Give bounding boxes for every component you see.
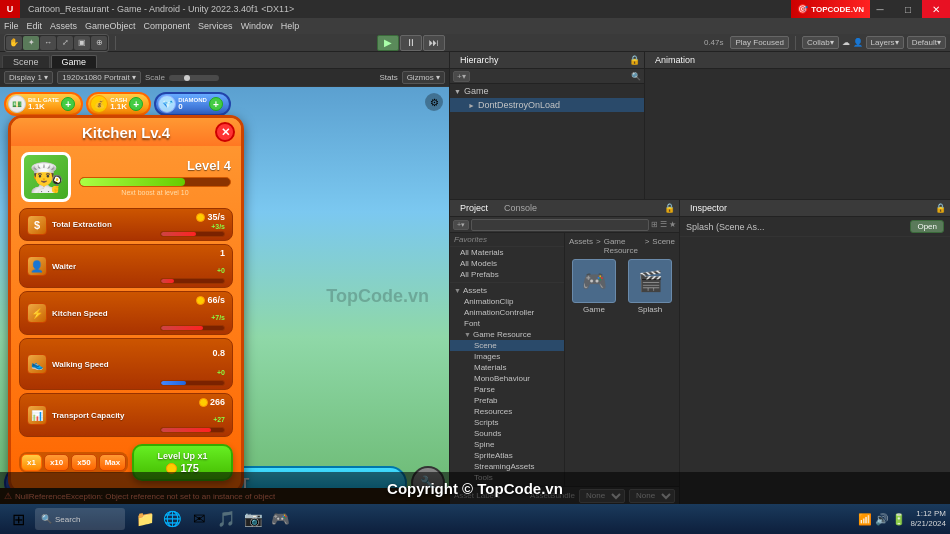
filter-icon-1[interactable]: ⊞: [651, 220, 658, 229]
tab-scene[interactable]: Scene: [2, 55, 50, 68]
gizmos-button[interactable]: Gizmos ▾: [402, 71, 445, 84]
tree-game-resource[interactable]: ▼ Game Resource: [450, 329, 564, 340]
tree-parse[interactable]: Parse: [450, 384, 564, 395]
bills-add-btn[interactable]: +: [61, 97, 75, 111]
pause-button[interactable]: ⏸: [400, 35, 422, 51]
tree-animclip[interactable]: AnimationClip: [450, 296, 564, 307]
hierarchy-add-btn[interactable]: +▾: [453, 71, 470, 82]
hierarchy-tab[interactable]: Hierarchy: [454, 54, 505, 66]
collab-btn[interactable]: Collab▾: [802, 36, 839, 49]
menu-edit[interactable]: Edit: [27, 21, 43, 31]
extraction-value: 35/s: [207, 212, 225, 222]
fav-all-prefabs[interactable]: All Prefabs: [450, 269, 564, 280]
menu-help[interactable]: Help: [281, 21, 300, 31]
tree-images[interactable]: Images: [450, 351, 564, 362]
asset-game[interactable]: 🎮 Game: [569, 259, 619, 314]
rect-tool[interactable]: ▣: [74, 36, 90, 50]
menu-file[interactable]: File: [4, 21, 19, 31]
move-tool[interactable]: ✦: [23, 36, 39, 50]
stat-row-kitchen-speed: ⚡ Kitchen Speed 66/s +7/s: [19, 291, 233, 335]
cloud-btn[interactable]: ☁: [842, 38, 850, 47]
animation-tab[interactable]: Animation: [649, 54, 701, 66]
inspector-open-button[interactable]: Open: [910, 220, 944, 233]
tab-game[interactable]: Game: [51, 55, 98, 68]
taskbar-app-folder[interactable]: 📁: [132, 506, 158, 532]
tree-prefab[interactable]: Prefab: [450, 395, 564, 406]
taskbar-app-email[interactable]: ✉: [186, 506, 212, 532]
play-mode-selector[interactable]: Play Focused: [730, 36, 788, 49]
mult-x1-btn[interactable]: x1: [21, 454, 42, 471]
fav-all-models[interactable]: All Models: [450, 258, 564, 269]
copyright-text: Copyright © TopCode.vn: [387, 480, 563, 497]
tree-scripts[interactable]: Scripts: [450, 417, 564, 428]
tree-streaming[interactable]: StreamingAssets: [450, 461, 564, 472]
display-selector[interactable]: Display 1 ▾: [4, 71, 53, 84]
tree-resources[interactable]: Resources: [450, 406, 564, 417]
tree-animctrl[interactable]: AnimationController: [450, 307, 564, 318]
project-tree: Favorites All Materials All Models All P…: [450, 233, 565, 486]
editor-main: Scene Game Display 1 ▾ 1920x1080 Portrai…: [0, 52, 950, 504]
hand-tool[interactable]: ✋: [6, 36, 22, 50]
tree-spine[interactable]: Spine: [450, 439, 564, 450]
cash-add-btn[interactable]: +: [129, 97, 143, 111]
tree-materials[interactable]: Materials: [450, 362, 564, 373]
tree-sounds[interactable]: Sounds: [450, 428, 564, 439]
menu-assets[interactable]: Assets: [50, 21, 77, 31]
mult-x10-btn[interactable]: x10: [44, 454, 69, 471]
filter-icon-3[interactable]: ★: [669, 220, 676, 229]
taskbar-app-game[interactable]: 🎮: [267, 506, 293, 532]
hierarchy-item-dontdestroy[interactable]: ► DontDestroyOnLoad: [450, 98, 644, 112]
taskbar-search[interactable]: 🔍 Search: [35, 508, 125, 530]
rotate-tool[interactable]: ↔: [40, 36, 56, 50]
menu-gameobject[interactable]: GameObject: [85, 21, 136, 31]
taskbar-search-text: Search: [55, 515, 80, 524]
tree-font[interactable]: Font: [450, 318, 564, 329]
maximize-btn[interactable]: □: [894, 0, 922, 18]
inspector-tab[interactable]: Inspector: [684, 202, 733, 214]
menu-component[interactable]: Component: [144, 21, 191, 31]
stats-button[interactable]: Stats: [379, 73, 397, 82]
project-search-input[interactable]: [471, 219, 649, 231]
menu-window[interactable]: Window: [241, 21, 273, 31]
start-button[interactable]: ⊞: [4, 506, 32, 532]
waiter-icon: 👤: [27, 256, 47, 276]
account-btn[interactable]: 👤: [853, 38, 863, 47]
taskbar-app-photo[interactable]: 📷: [240, 506, 266, 532]
layout-btn[interactable]: Default▾: [907, 36, 946, 49]
menu-services[interactable]: Services: [198, 21, 233, 31]
resolution-selector[interactable]: 1920x1080 Portrait ▾: [57, 71, 141, 84]
close-btn[interactable]: ✕: [922, 0, 950, 18]
mult-max-btn[interactable]: Max: [99, 454, 127, 471]
settings-gear-icon[interactable]: ⚙: [425, 93, 443, 111]
tree-scene[interactable]: Scene: [450, 340, 564, 351]
minimize-btn[interactable]: ─: [866, 0, 894, 18]
taskbar-app-music[interactable]: 🎵: [213, 506, 239, 532]
scale-tool[interactable]: ⤢: [57, 36, 73, 50]
transform-tool[interactable]: ⊕: [91, 36, 107, 50]
filter-icon-2[interactable]: ☰: [660, 220, 667, 229]
project-filter-bar: +▾ ⊞ ☰ ★: [450, 217, 679, 233]
mult-x50-btn[interactable]: x50: [71, 454, 96, 471]
fav-all-materials[interactable]: All Materials: [450, 247, 564, 258]
play-button[interactable]: ▶: [377, 35, 399, 51]
layers-btn[interactable]: Layers▾: [866, 36, 904, 49]
tree-spriteatlas[interactable]: SpriteAtlas: [450, 450, 564, 461]
diamond-add-btn[interactable]: +: [209, 97, 223, 111]
transform-tools: ✋ ✦ ↔ ⤢ ▣ ⊕: [4, 34, 109, 52]
project-tab[interactable]: Project: [454, 202, 494, 214]
asset-splash[interactable]: 🎬 Splash: [625, 259, 675, 314]
hierarchy-item-game[interactable]: ▼ Game: [450, 84, 644, 98]
extraction-coin-icon: [196, 213, 205, 222]
dialog-close-button[interactable]: ✕: [215, 122, 235, 142]
tree-monobehaviour[interactable]: MonoBehaviour: [450, 373, 564, 384]
window-title: Cartoon_Restaurant - Game - Android - Un…: [20, 4, 866, 14]
step-button[interactable]: ⏭: [423, 35, 445, 51]
console-tab[interactable]: Console: [498, 202, 543, 214]
tree-assets[interactable]: ▼ Assets: [450, 285, 564, 296]
taskbar-app-browser[interactable]: 🌐: [159, 506, 185, 532]
extraction-delta: +3/s: [211, 223, 225, 230]
project-filter-btn[interactable]: +▾: [453, 220, 469, 230]
game-arrow: ▼: [454, 88, 461, 95]
capacity-label: Transport Capacity: [52, 411, 155, 420]
scale-slider[interactable]: [169, 75, 219, 81]
